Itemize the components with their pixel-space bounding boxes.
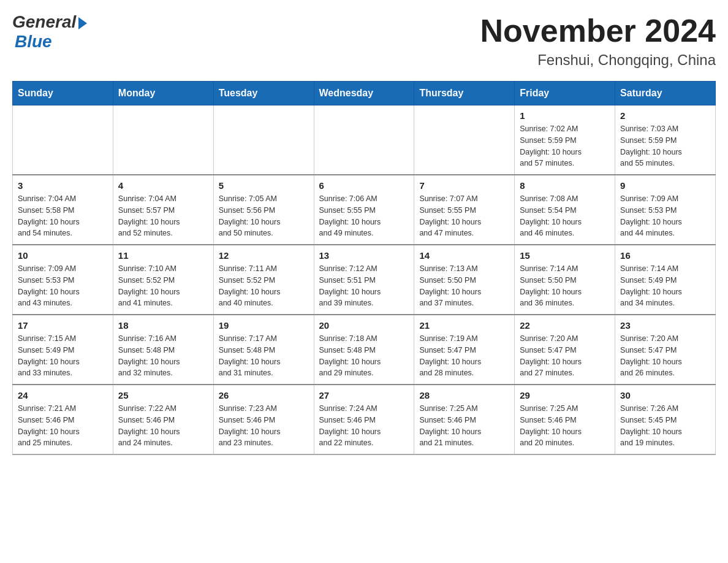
calendar-cell: 20Sunrise: 7:18 AM Sunset: 5:48 PM Dayli…	[314, 315, 414, 385]
calendar-cell: 16Sunrise: 7:14 AM Sunset: 5:49 PM Dayli…	[615, 245, 716, 315]
calendar-cell: 8Sunrise: 7:08 AM Sunset: 5:54 PM Daylig…	[515, 175, 615, 245]
day-info: Sunrise: 7:19 AM Sunset: 5:47 PM Dayligh…	[419, 333, 509, 379]
calendar-cell: 1Sunrise: 7:02 AM Sunset: 5:59 PM Daylig…	[515, 105, 615, 175]
month-title: November 2024	[480, 12, 716, 49]
day-number: 6	[319, 180, 409, 191]
calendar-cell: 19Sunrise: 7:17 AM Sunset: 5:48 PM Dayli…	[213, 315, 314, 385]
day-number: 26	[219, 390, 309, 400]
day-info: Sunrise: 7:23 AM Sunset: 5:46 PM Dayligh…	[219, 403, 309, 449]
calendar-cell: 24Sunrise: 7:21 AM Sunset: 5:46 PM Dayli…	[13, 385, 113, 454]
calendar-cell: 3Sunrise: 7:04 AM Sunset: 5:58 PM Daylig…	[13, 175, 113, 245]
day-number: 4	[118, 180, 208, 191]
day-number: 7	[419, 180, 509, 191]
calendar-cell: 12Sunrise: 7:11 AM Sunset: 5:52 PM Dayli…	[213, 245, 314, 315]
calendar-cell: 7Sunrise: 7:07 AM Sunset: 5:55 PM Daylig…	[414, 175, 515, 245]
day-number: 17	[18, 320, 108, 331]
day-number: 27	[319, 390, 409, 400]
day-info: Sunrise: 7:02 AM Sunset: 5:59 PM Dayligh…	[520, 123, 610, 169]
day-info: Sunrise: 7:04 AM Sunset: 5:57 PM Dayligh…	[118, 193, 208, 239]
calendar-cell: 6Sunrise: 7:06 AM Sunset: 5:55 PM Daylig…	[314, 175, 414, 245]
day-number: 10	[18, 250, 108, 261]
day-info: Sunrise: 7:25 AM Sunset: 5:46 PM Dayligh…	[419, 403, 509, 449]
day-info: Sunrise: 7:24 AM Sunset: 5:46 PM Dayligh…	[319, 403, 409, 449]
calendar-week-row: 10Sunrise: 7:09 AM Sunset: 5:53 PM Dayli…	[13, 245, 716, 315]
weekday-header-friday: Friday	[515, 82, 615, 105]
day-number: 8	[520, 180, 610, 191]
calendar-week-row: 17Sunrise: 7:15 AM Sunset: 5:49 PM Dayli…	[13, 315, 716, 385]
location-title: Fenshui, Chongqing, China	[480, 52, 716, 69]
day-number: 20	[319, 320, 409, 331]
calendar-cell: 4Sunrise: 7:04 AM Sunset: 5:57 PM Daylig…	[113, 175, 213, 245]
calendar-cell	[414, 105, 515, 175]
day-number: 16	[620, 250, 710, 261]
calendar-table: SundayMondayTuesdayWednesdayThursdayFrid…	[12, 81, 716, 455]
calendar-cell	[13, 105, 113, 175]
day-number: 21	[419, 320, 509, 331]
day-info: Sunrise: 7:16 AM Sunset: 5:48 PM Dayligh…	[118, 333, 208, 379]
calendar-cell: 15Sunrise: 7:14 AM Sunset: 5:50 PM Dayli…	[515, 245, 615, 315]
calendar-cell: 27Sunrise: 7:24 AM Sunset: 5:46 PM Dayli…	[314, 385, 414, 454]
day-info: Sunrise: 7:17 AM Sunset: 5:48 PM Dayligh…	[219, 333, 309, 379]
day-number: 3	[18, 180, 108, 191]
day-number: 13	[319, 250, 409, 261]
day-number: 12	[219, 250, 309, 261]
calendar-header-row: SundayMondayTuesdayWednesdayThursdayFrid…	[13, 82, 716, 105]
day-number: 29	[520, 390, 610, 400]
day-info: Sunrise: 7:06 AM Sunset: 5:55 PM Dayligh…	[319, 193, 409, 239]
title-block: November 2024 Fenshui, Chongqing, China	[480, 12, 716, 69]
logo-blue-text: Blue	[15, 32, 52, 52]
calendar-cell: 25Sunrise: 7:22 AM Sunset: 5:46 PM Dayli…	[113, 385, 213, 454]
calendar-cell: 5Sunrise: 7:05 AM Sunset: 5:56 PM Daylig…	[213, 175, 314, 245]
day-number: 30	[620, 390, 710, 400]
calendar-week-row: 3Sunrise: 7:04 AM Sunset: 5:58 PM Daylig…	[13, 175, 716, 245]
logo-general-text: General	[12, 12, 76, 32]
day-info: Sunrise: 7:14 AM Sunset: 5:50 PM Dayligh…	[520, 263, 610, 309]
calendar-cell: 17Sunrise: 7:15 AM Sunset: 5:49 PM Dayli…	[13, 315, 113, 385]
day-number: 15	[520, 250, 610, 261]
weekday-header-wednesday: Wednesday	[314, 82, 414, 105]
weekday-header-tuesday: Tuesday	[213, 82, 314, 105]
day-info: Sunrise: 7:12 AM Sunset: 5:51 PM Dayligh…	[319, 263, 409, 309]
day-info: Sunrise: 7:26 AM Sunset: 5:45 PM Dayligh…	[620, 403, 710, 449]
day-info: Sunrise: 7:08 AM Sunset: 5:54 PM Dayligh…	[520, 193, 610, 239]
calendar-cell: 21Sunrise: 7:19 AM Sunset: 5:47 PM Dayli…	[414, 315, 515, 385]
calendar-week-row: 24Sunrise: 7:21 AM Sunset: 5:46 PM Dayli…	[13, 385, 716, 454]
logo: General Blue	[12, 12, 87, 52]
calendar-cell: 23Sunrise: 7:20 AM Sunset: 5:47 PM Dayli…	[615, 315, 716, 385]
day-info: Sunrise: 7:18 AM Sunset: 5:48 PM Dayligh…	[319, 333, 409, 379]
day-info: Sunrise: 7:21 AM Sunset: 5:46 PM Dayligh…	[18, 403, 108, 449]
day-number: 25	[118, 390, 208, 400]
day-number: 1	[520, 110, 610, 121]
calendar-week-row: 1Sunrise: 7:02 AM Sunset: 5:59 PM Daylig…	[13, 105, 716, 175]
day-number: 5	[219, 180, 309, 191]
weekday-header-monday: Monday	[113, 82, 213, 105]
day-info: Sunrise: 7:11 AM Sunset: 5:52 PM Dayligh…	[219, 263, 309, 309]
calendar-cell: 29Sunrise: 7:25 AM Sunset: 5:46 PM Dayli…	[515, 385, 615, 454]
calendar-cell	[113, 105, 213, 175]
calendar-cell: 14Sunrise: 7:13 AM Sunset: 5:50 PM Dayli…	[414, 245, 515, 315]
day-number: 19	[219, 320, 309, 331]
day-number: 9	[620, 180, 710, 191]
day-info: Sunrise: 7:20 AM Sunset: 5:47 PM Dayligh…	[520, 333, 610, 379]
day-info: Sunrise: 7:22 AM Sunset: 5:46 PM Dayligh…	[118, 403, 208, 449]
day-info: Sunrise: 7:25 AM Sunset: 5:46 PM Dayligh…	[520, 403, 610, 449]
day-number: 18	[118, 320, 208, 331]
day-info: Sunrise: 7:07 AM Sunset: 5:55 PM Dayligh…	[419, 193, 509, 239]
calendar-cell: 30Sunrise: 7:26 AM Sunset: 5:45 PM Dayli…	[615, 385, 716, 454]
day-number: 22	[520, 320, 610, 331]
logo-arrow-icon	[78, 17, 87, 29]
weekday-header-saturday: Saturday	[615, 82, 716, 105]
calendar-cell: 13Sunrise: 7:12 AM Sunset: 5:51 PM Dayli…	[314, 245, 414, 315]
day-info: Sunrise: 7:04 AM Sunset: 5:58 PM Dayligh…	[18, 193, 108, 239]
day-number: 2	[620, 110, 710, 121]
day-info: Sunrise: 7:20 AM Sunset: 5:47 PM Dayligh…	[620, 333, 710, 379]
day-info: Sunrise: 7:09 AM Sunset: 5:53 PM Dayligh…	[620, 193, 710, 239]
day-info: Sunrise: 7:14 AM Sunset: 5:49 PM Dayligh…	[620, 263, 710, 309]
calendar-cell	[314, 105, 414, 175]
calendar-cell: 28Sunrise: 7:25 AM Sunset: 5:46 PM Dayli…	[414, 385, 515, 454]
day-number: 28	[419, 390, 509, 400]
calendar-cell: 10Sunrise: 7:09 AM Sunset: 5:53 PM Dayli…	[13, 245, 113, 315]
page-header: General Blue November 2024 Fenshui, Chon…	[12, 12, 716, 69]
weekday-header-thursday: Thursday	[414, 82, 515, 105]
day-info: Sunrise: 7:13 AM Sunset: 5:50 PM Dayligh…	[419, 263, 509, 309]
